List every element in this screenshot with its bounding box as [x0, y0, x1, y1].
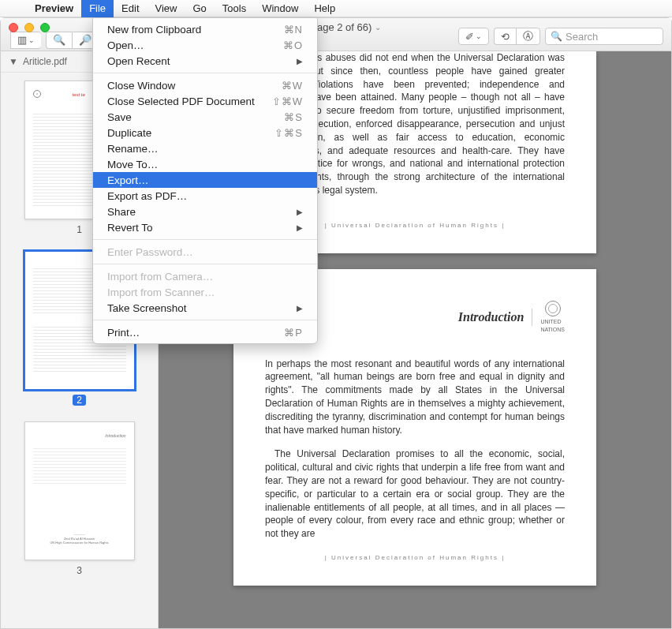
- menu-separator: [93, 320, 317, 320]
- submenu-arrow-icon: ▶: [297, 57, 303, 66]
- zoom-out-button[interactable]: 🔍: [46, 32, 72, 49]
- menu-item-label: Save: [107, 111, 132, 123]
- thumb-page-number: 3: [77, 565, 82, 576]
- title-chevron-icon: ⌄: [375, 23, 381, 32]
- menu-item-duplicate[interactable]: Duplicate⇧⌘S: [93, 125, 317, 140]
- menu-item-label: Take Screenshot: [107, 302, 187, 314]
- system-menubar: Preview File Edit View Go Tools Window H…: [0, 0, 672, 17]
- menu-shortcut: ⇧⌘S: [274, 127, 303, 139]
- menu-item-label: Print…: [107, 327, 140, 339]
- rotate-icon: ⟲: [501, 31, 510, 43]
- menu-item-share[interactable]: Share▶: [93, 204, 317, 219]
- menu-item-move-to[interactable]: Move To…: [93, 156, 317, 172]
- menubar-help[interactable]: Help: [306, 0, 343, 17]
- file-menu-dropdown: New from Clipboard⌘NOpen…⌘OOpen Recent▶C…: [92, 17, 318, 344]
- menu-item-label: Import from Scanner…: [107, 286, 215, 298]
- menu-item-take-screenshot[interactable]: Take Screenshot▶: [93, 300, 317, 316]
- search-icon: 🔍: [551, 31, 562, 42]
- highlight-tool-button[interactable]: ✐ ⌄: [458, 28, 489, 45]
- search-field[interactable]: 🔍 Search: [545, 28, 663, 45]
- menubar-window[interactable]: Window: [254, 0, 306, 17]
- window-close-button[interactable]: [9, 23, 18, 32]
- rotate-button[interactable]: ⟲: [494, 28, 516, 45]
- menubar-tools[interactable]: Tools: [215, 0, 254, 17]
- menu-item-label: Close Window: [107, 80, 175, 92]
- zoom-in-icon: 🔎: [79, 34, 91, 46]
- menu-item-label: Share: [107, 206, 136, 218]
- menubar-view[interactable]: View: [147, 0, 185, 17]
- menu-item-close-window[interactable]: Close Window⌘W: [93, 77, 317, 93]
- thumbnail-page-3[interactable]: Introduction ~~~~~~Zeid Ra'ad Al Hussein…: [1, 414, 158, 584]
- sidebar-icon: ▥: [17, 34, 27, 46]
- submenu-arrow-icon: ▶: [297, 304, 303, 313]
- menu-item-label: Rename…: [107, 143, 159, 155]
- menu-item-close-selected-pdf-document[interactable]: Close Selected PDF Document⇧⌘W: [93, 93, 317, 109]
- page2-footer: | Universal Declaration of Human Rights …: [265, 553, 565, 562]
- menu-item-save[interactable]: Save⌘S: [93, 109, 317, 125]
- search-placeholder: Search: [566, 31, 598, 43]
- zoom-out-icon: 🔍: [53, 34, 65, 46]
- markup-toolbar-button[interactable]: Ⓐ: [516, 28, 540, 45]
- page2-paragraph-1: In perhaps the most resonant and beautif…: [265, 358, 565, 437]
- menu-item-label: Close Selected PDF Document: [107, 95, 255, 107]
- menu-item-export[interactable]: Export…: [93, 172, 317, 188]
- menu-item-label: New from Clipboard: [107, 24, 201, 36]
- menu-item-label: Enter Password…: [107, 246, 193, 258]
- submenu-arrow-icon: ▶: [297, 208, 303, 216]
- menu-shortcut: ⌘S: [284, 111, 303, 123]
- menu-item-label: Export as PDF…: [107, 190, 187, 202]
- menu-separator: [93, 73, 317, 73]
- un-emblem-icon: [33, 90, 41, 98]
- menu-separator: [93, 239, 317, 240]
- menu-item-label: Revert To: [107, 222, 153, 234]
- un-emblem-icon: [545, 301, 561, 316]
- signature-icon: ~~~~~~Zeid Ra'ad Al HusseinUN High Commi…: [33, 533, 126, 545]
- page2-paragraph-2: The Universal Declaration promises to al…: [265, 447, 565, 541]
- menu-item-label: Open…: [107, 39, 144, 51]
- menubar-go[interactable]: Go: [185, 0, 214, 17]
- menu-item-label: Duplicate: [107, 127, 151, 139]
- menu-item-import-from-scanner: Import from Scanner…: [93, 284, 317, 300]
- thumb-page-number: 2: [73, 395, 86, 406]
- chevron-down-icon: ⌄: [28, 36, 35, 44]
- window-zoom-button[interactable]: [40, 23, 50, 32]
- sidebar-toggle-button[interactable]: ▥ ⌄: [10, 32, 41, 49]
- menubar-app[interactable]: Preview: [27, 0, 81, 17]
- menu-item-label: Open Recent: [107, 55, 170, 67]
- menu-item-new-from-clipboard[interactable]: New from Clipboard⌘N: [93, 21, 317, 37]
- thumb-annotation: text te: [73, 92, 85, 97]
- menu-item-export-as-pdf[interactable]: Export as PDF…: [93, 188, 317, 204]
- menu-item-label: Export…: [107, 174, 149, 186]
- menu-item-enter-password: Enter Password…: [93, 244, 317, 260]
- menu-item-label: Move To…: [107, 159, 158, 170]
- un-label: UNITED NATIONS: [540, 318, 565, 334]
- menu-shortcut: ⌘O: [283, 39, 303, 51]
- menubar-file[interactable]: File: [81, 0, 114, 17]
- submenu-arrow-icon: ▶: [297, 223, 303, 232]
- sidebar-filename: Ariticle.pdf: [23, 56, 67, 67]
- highlight-icon: ✐: [465, 31, 474, 43]
- menu-item-print[interactable]: Print…⌘P: [93, 324, 317, 340]
- thumb-page-number: 1: [77, 224, 82, 235]
- window-minimize-button[interactable]: [24, 23, 34, 32]
- menubar-edit[interactable]: Edit: [114, 0, 147, 17]
- menu-shortcut: ⌘N: [284, 24, 303, 36]
- menu-separator: [93, 264, 317, 264]
- menu-shortcut: ⇧⌘W: [272, 95, 303, 107]
- disclosure-triangle-icon: ▼: [9, 56, 18, 67]
- menu-item-import-from-camera: Import from Camera…: [93, 268, 317, 284]
- menu-shortcut: ⌘P: [284, 327, 303, 339]
- menu-item-open[interactable]: Open…⌘O: [93, 37, 317, 53]
- menu-item-revert-to[interactable]: Revert To▶: [93, 219, 317, 235]
- menu-item-rename[interactable]: Rename…: [93, 140, 317, 156]
- menu-item-label: Import from Camera…: [107, 271, 213, 283]
- page2-intro-heading: Introduction: [458, 309, 533, 326]
- markup-icon: Ⓐ: [523, 29, 533, 43]
- menu-shortcut: ⌘W: [282, 80, 303, 92]
- menu-item-open-recent[interactable]: Open Recent▶: [93, 53, 317, 69]
- chevron-down-icon: ⌄: [476, 32, 482, 40]
